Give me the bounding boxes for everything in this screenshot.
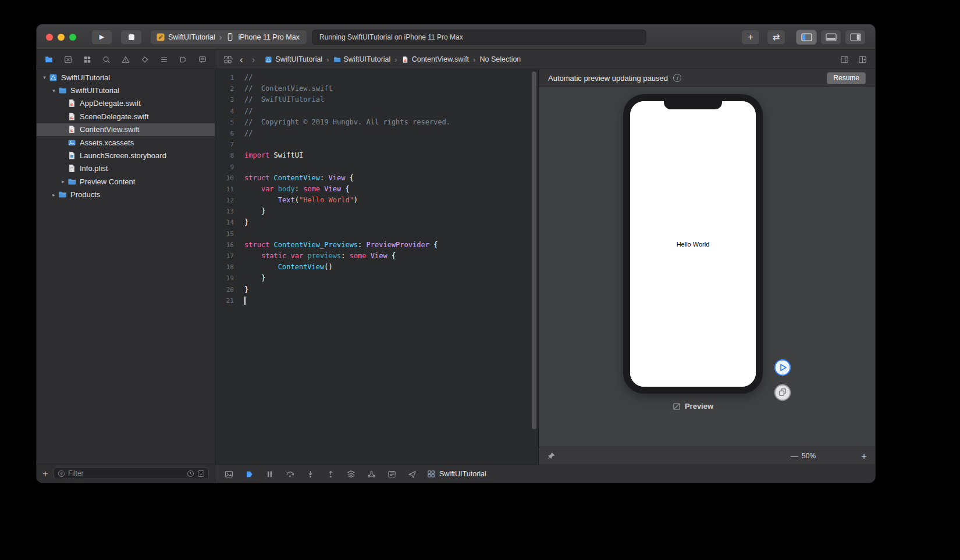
go-back-button[interactable]: ‹	[239, 55, 244, 65]
code-line[interactable]: 12 Text("Hello World")	[215, 195, 538, 206]
step-over-icon[interactable]	[286, 470, 294, 479]
source-control-navigator-icon[interactable]	[64, 55, 72, 64]
resume-button[interactable]: Resume	[827, 72, 866, 84]
disclosure-triangle-icon[interactable]: ▸	[59, 179, 67, 184]
scheme-selector[interactable]: SwiftUITutorial › iPhone 11 Pro Max	[150, 30, 307, 45]
code-line[interactable]: 14}	[215, 217, 538, 228]
tree-item[interactable]: ▸Preview Content	[37, 175, 215, 188]
info-icon[interactable]: i	[673, 74, 681, 82]
tree-item[interactable]: ▸Products	[37, 188, 215, 201]
app-grid-icon	[427, 470, 435, 478]
memory-graph-icon[interactable]	[367, 470, 376, 479]
add-item-button[interactable]: +	[42, 469, 48, 479]
code-text: //	[239, 128, 253, 139]
pause-icon[interactable]	[265, 470, 274, 479]
library-button[interactable]: +	[741, 30, 760, 45]
report-navigator-icon[interactable]	[198, 55, 207, 64]
simulate-location-icon[interactable]	[408, 470, 417, 479]
breakpoint-navigator-icon[interactable]	[179, 55, 187, 64]
run-button[interactable]: ▶	[91, 30, 112, 45]
find-navigator-icon[interactable]	[102, 55, 111, 64]
editor-layout-button[interactable]: ⇄	[767, 30, 785, 45]
code-line[interactable]: 15	[215, 229, 538, 240]
tree-item[interactable]: Assets.xcassets	[37, 136, 215, 149]
step-into-icon[interactable]	[306, 470, 315, 479]
source-control-filter-icon[interactable]	[197, 470, 205, 477]
step-out-icon[interactable]	[326, 470, 335, 479]
code-line[interactable]: 21	[215, 295, 538, 306]
editor-scrollbar[interactable]	[532, 72, 536, 429]
toggle-debug-area-button[interactable]	[820, 30, 841, 45]
bottom-panel-icon	[826, 33, 837, 41]
adjust-editor-options-icon[interactable]	[840, 55, 849, 64]
view-debugger-icon[interactable]	[347, 470, 355, 479]
canvas-header: Automatic preview updating paused i Resu…	[539, 69, 875, 87]
code-line[interactable]: 13 }	[215, 206, 538, 217]
filter-field[interactable]	[54, 468, 209, 479]
zoom-in-button[interactable]: +	[861, 451, 867, 461]
iphone-notch	[664, 101, 722, 109]
code-line[interactable]: 1//	[215, 72, 538, 83]
toggle-inspector-button[interactable]	[845, 30, 866, 45]
live-preview-button[interactable]	[774, 359, 791, 376]
breadcrumb-item-label: SwiftUITutorial	[275, 55, 322, 63]
scheme-target[interactable]: SwiftUITutorial	[157, 33, 215, 41]
fullscreen-window-button[interactable]	[69, 34, 76, 41]
media-library-icon[interactable]	[225, 470, 233, 479]
tree-item[interactable]: SceneDelegate.swift	[37, 110, 215, 123]
environment-overrides-icon[interactable]	[387, 470, 396, 479]
tree-item[interactable]: Info.plist	[37, 162, 215, 175]
process-indicator[interactable]: SwiftUITutorial	[427, 470, 486, 478]
disclosure-triangle-icon[interactable]: ▾	[40, 74, 49, 80]
toggle-navigator-button[interactable]	[796, 30, 817, 45]
code-line[interactable]: 20}	[215, 284, 538, 295]
filter-input[interactable]	[68, 469, 184, 477]
breadcrumb-item[interactable]: ContentView.swift	[401, 55, 469, 63]
preview-on-device-button[interactable]	[774, 384, 791, 401]
debug-navigator-icon[interactable]	[160, 55, 168, 64]
issue-navigator-icon[interactable]	[122, 55, 130, 64]
code-line[interactable]: 9	[215, 162, 538, 173]
code-line[interactable]: 16struct ContentView_Previews: PreviewPr…	[215, 240, 538, 251]
test-navigator-icon[interactable]	[141, 55, 149, 64]
stop-button[interactable]	[120, 30, 142, 45]
code-line[interactable]: 2// ContentView.swift	[215, 83, 538, 94]
code-line[interactable]: 4//	[215, 106, 538, 117]
breakpoints-icon[interactable]	[245, 470, 254, 479]
breadcrumb-item[interactable]: SwiftUITutorial	[265, 55, 322, 63]
minimize-window-button[interactable]	[58, 34, 65, 41]
pin-icon[interactable]	[547, 452, 556, 461]
code-line[interactable]: 7	[215, 139, 538, 150]
code-line[interactable]: 8import SwiftUI	[215, 150, 538, 161]
breadcrumb-item[interactable]: No Selection	[479, 55, 521, 63]
disclosure-triangle-icon[interactable]: ▾	[49, 88, 58, 94]
code-line[interactable]: 18 ContentView()	[215, 262, 538, 273]
related-items-icon[interactable]	[223, 55, 232, 64]
swift-icon	[67, 112, 77, 121]
code-line[interactable]: 17 static var previews: some View {	[215, 251, 538, 262]
line-number: 7	[215, 139, 239, 150]
line-number: 14	[215, 217, 239, 228]
code-line[interactable]: 3// SwiftUITutorial	[215, 94, 538, 105]
breadcrumb-item[interactable]: SwiftUITutorial	[333, 55, 391, 63]
source-editor[interactable]: 1//2// ContentView.swift3// SwiftUITutor…	[215, 69, 538, 465]
code-line[interactable]: 6//	[215, 128, 538, 139]
code-line[interactable]: 10struct ContentView: View {	[215, 173, 538, 184]
symbol-navigator-icon[interactable]	[83, 55, 91, 64]
go-forward-button[interactable]: ›	[251, 55, 257, 65]
project-navigator-icon[interactable]	[45, 55, 53, 64]
tree-item[interactable]: ContentView.swift	[37, 123, 215, 136]
close-window-button[interactable]	[46, 34, 53, 41]
code-line[interactable]: 5// Copyright © 2019 Hungbv. All rights …	[215, 117, 538, 128]
code-line[interactable]: 19 }	[215, 273, 538, 284]
zoom-out-button[interactable]: —	[791, 452, 798, 461]
tree-item[interactable]: AppDelegate.swift	[37, 97, 215, 110]
tree-item[interactable]: ▾SwiftUITutorial	[37, 71, 215, 84]
tree-item[interactable]: ▾SwiftUITutorial	[37, 84, 215, 97]
disclosure-triangle-icon[interactable]: ▸	[49, 192, 58, 198]
add-editor-icon[interactable]	[858, 55, 867, 64]
tree-item[interactable]: LaunchScreen.storyboard	[37, 149, 215, 162]
code-line[interactable]: 11 var body: some View {	[215, 184, 538, 195]
recent-files-filter-icon[interactable]	[187, 470, 194, 477]
scheme-destination[interactable]: iPhone 11 Pro Max	[226, 33, 299, 41]
